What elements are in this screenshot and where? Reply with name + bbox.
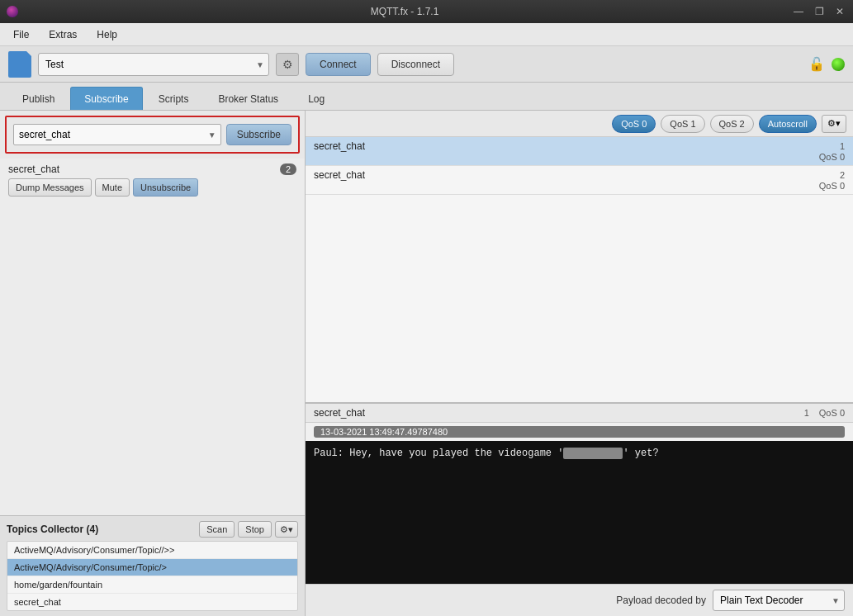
topic-item-3[interactable]: secret_chat <box>7 594 297 610</box>
titlebar-controls: — ❐ ✕ <box>791 6 846 17</box>
unsubscribe-button[interactable]: Unsubscribe <box>133 178 198 197</box>
message-detail-header: secret_chat 1 QoS 0 <box>306 404 853 423</box>
qos2-button[interactable]: QoS 2 <box>710 115 754 133</box>
qos0-button[interactable]: QoS 0 <box>612 115 656 133</box>
message-row-1[interactable]: secret_chat 2 QoS 0 <box>306 166 853 195</box>
autoscroll-button[interactable]: Autoscroll <box>759 115 817 133</box>
scan-button[interactable]: Scan <box>199 521 235 538</box>
subscription-topic: secret_chat <box>8 163 59 175</box>
topics-collector-gear-button[interactable]: ⚙▾ <box>275 521 298 538</box>
message-row-0-num: 1 <box>840 141 845 151</box>
titlebar-title: MQTT.fx - 1.7.1 <box>18 6 791 17</box>
blurred-game-name <box>563 448 623 459</box>
lock-icon: 🔓 <box>808 56 825 72</box>
message-timestamp: 13-03-2021 13:49:47.49787480 <box>314 426 845 438</box>
subscriptions-list: secret_chat 2 Dump Messages Mute Unsubsc… <box>0 159 305 515</box>
subscription-header: secret_chat 2 <box>8 163 296 175</box>
message-detail-nums: 1 QoS 0 <box>804 408 845 418</box>
mute-button[interactable]: Mute <box>95 178 130 197</box>
message-row-1-qos: QoS 0 <box>314 181 845 191</box>
topic-item-1[interactable]: ActiveMQ/Advisory/Consumer/Topic/> <box>7 559 297 576</box>
profile-select-wrapper: Test ▼ <box>38 53 269 76</box>
menu-help[interactable]: Help <box>93 27 121 42</box>
message-detail-qos: QoS 0 <box>819 408 845 418</box>
close-button[interactable]: ✕ <box>833 6 846 17</box>
message-detail-topic: secret_chat <box>314 407 365 419</box>
message-row-1-header: secret_chat 2 <box>314 169 845 181</box>
menu-extras[interactable]: Extras <box>45 27 80 42</box>
topics-collector-actions: Scan Stop ⚙▾ <box>199 521 298 538</box>
subscription-item: secret_chat 2 Dump Messages Mute Unsubsc… <box>0 159 305 201</box>
decoder-select-wrapper: Plain Text Decoder ▼ <box>713 590 845 611</box>
topics-collector-title: Topics Collector (4) <box>7 524 98 535</box>
message-row-1-num: 2 <box>840 170 845 180</box>
topic-input[interactable] <box>13 124 221 145</box>
topics-list: ActiveMQ/Advisory/Consumer/Topic//>> Act… <box>7 541 298 611</box>
restore-button[interactable]: ❐ <box>813 6 827 17</box>
tab-broker-status[interactable]: Broker Status <box>204 87 292 110</box>
disconnect-button[interactable]: Disconnect <box>377 53 454 76</box>
subscription-actions: Dump Messages Mute Unsubscribe <box>8 178 296 197</box>
message-row-0-header: secret_chat 1 <box>314 140 845 152</box>
messages-settings-button[interactable]: ⚙▾ <box>822 115 846 133</box>
message-content: Paul: Hey, have you played the videogame… <box>306 441 853 584</box>
right-panel: QoS 0 QoS 1 QoS 2 Autoscroll ⚙▾ secret_c… <box>306 111 853 616</box>
messages-list: secret_chat 1 QoS 0 secret_chat 2 QoS 0 <box>306 137 853 402</box>
titlebar: MQTT.fx - 1.7.1 — ❐ ✕ <box>0 0 853 23</box>
connection-status-indicator <box>832 58 845 71</box>
menu-file[interactable]: File <box>10 27 32 42</box>
message-row-0[interactable]: secret_chat 1 QoS 0 <box>306 137 853 166</box>
app-icon <box>7 6 18 17</box>
subscribe-button[interactable]: Subscribe <box>226 124 291 145</box>
tab-subscribe[interactable]: Subscribe <box>70 87 142 110</box>
topics-collector: Topics Collector (4) Scan Stop ⚙▾ Active… <box>0 515 305 616</box>
subscribe-bar: ▼ Subscribe <box>5 116 300 154</box>
toolbar: Test ▼ ⚙ Connect Disconnect 🔓 <box>0 46 853 83</box>
titlebar-left <box>7 6 18 17</box>
messages-topbar: QoS 0 QoS 1 QoS 2 Autoscroll ⚙▾ <box>306 111 853 137</box>
topic-input-wrapper: ▼ <box>13 124 221 145</box>
main-content: ▼ Subscribe secret_chat 2 Dump Messages … <box>0 111 853 616</box>
left-panel: ▼ Subscribe secret_chat 2 Dump Messages … <box>0 111 306 616</box>
stop-button[interactable]: Stop <box>238 521 272 538</box>
tabs-bar: Publish Subscribe Scripts Broker Status … <box>0 83 853 111</box>
new-connection-icon[interactable] <box>8 51 31 78</box>
settings-gear-button[interactable]: ⚙ <box>276 53 299 76</box>
topic-input-arrow-icon: ▼ <box>208 130 216 140</box>
decoder-select[interactable]: Plain Text Decoder <box>713 590 845 611</box>
decoder-label: Payload decoded by <box>616 595 706 606</box>
minimize-button[interactable]: — <box>791 6 806 17</box>
message-detail: secret_chat 1 QoS 0 13-03-2021 13:49:47.… <box>306 402 853 584</box>
topic-item-2[interactable]: home/garden/fountain <box>7 576 297 594</box>
tab-scripts[interactable]: Scripts <box>145 87 203 110</box>
profile-select[interactable]: Test <box>38 53 269 76</box>
message-row-1-topic: secret_chat <box>314 169 365 181</box>
message-row-0-qos: QoS 0 <box>314 152 845 162</box>
subscription-badge: 2 <box>280 163 296 175</box>
message-detail-num: 1 <box>804 408 809 418</box>
topic-item-0[interactable]: ActiveMQ/Advisory/Consumer/Topic//>> <box>7 542 297 559</box>
message-row-0-topic: secret_chat <box>314 140 365 152</box>
menubar: File Extras Help <box>0 23 853 46</box>
decoder-bar: Payload decoded by Plain Text Decoder ▼ <box>306 584 853 616</box>
tab-log[interactable]: Log <box>294 87 339 110</box>
tab-publish[interactable]: Publish <box>8 87 69 110</box>
topics-collector-header: Topics Collector (4) Scan Stop ⚙▾ <box>7 521 298 538</box>
connect-button[interactable]: Connect <box>306 53 371 76</box>
qos1-button[interactable]: QoS 1 <box>661 115 704 133</box>
dump-messages-button[interactable]: Dump Messages <box>8 178 92 197</box>
